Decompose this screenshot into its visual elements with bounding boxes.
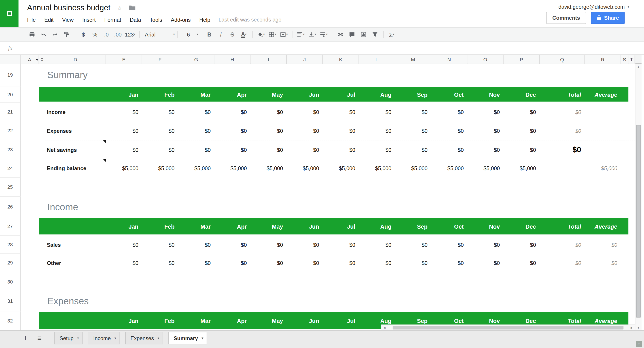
document-title[interactable]: Annual business budget (27, 3, 110, 12)
column-header-J[interactable]: J (287, 55, 323, 64)
cell-average[interactable]: $5,000 (585, 159, 621, 178)
cell-value[interactable]: $0 (142, 103, 178, 121)
cell-value[interactable]: $0 (359, 236, 395, 254)
decrease-decimals-button[interactable]: .0 (102, 30, 111, 39)
cell-value[interactable]: $0 (504, 236, 540, 254)
cell-value[interactable]: $5,000 (250, 159, 287, 178)
row-header-25[interactable]: 25 (0, 178, 20, 196)
cell-value[interactable]: $0 (106, 140, 142, 159)
formula-bar[interactable]: fx (0, 42, 644, 55)
cell-value[interactable]: $0 (431, 121, 468, 140)
cell-value[interactable]: $0 (142, 254, 178, 272)
row-header-24[interactable]: 24 (0, 159, 20, 178)
italic-button[interactable]: I (216, 30, 226, 39)
cell-value[interactable]: $0 (214, 121, 251, 140)
row-label-other[interactable]: Other (45, 254, 106, 272)
month-header-oct[interactable]: Oct (431, 217, 468, 236)
month-header-mar[interactable]: Mar (178, 311, 214, 330)
all-sheets-button[interactable]: ≡ (34, 332, 45, 344)
cell-value[interactable]: $0 (178, 236, 214, 254)
cell-value[interactable]: $0 (178, 140, 214, 159)
row-label-sales[interactable]: Sales (45, 236, 106, 254)
column-header-F[interactable]: F (142, 55, 178, 64)
row-header-19[interactable]: 19 (0, 64, 20, 86)
strikethrough-button[interactable]: S (228, 30, 237, 39)
cell-value[interactable]: $0 (178, 254, 214, 272)
month-header-apr[interactable]: Apr (214, 217, 251, 236)
cell-value[interactable]: $0 (106, 236, 142, 254)
month-header-jun[interactable]: Jun (287, 86, 323, 103)
month-header-jun[interactable]: Jun (287, 217, 323, 236)
cell-value[interactable]: $5,000 (214, 159, 251, 178)
cell-value[interactable]: $0 (395, 236, 431, 254)
cell-value[interactable]: $0 (504, 254, 540, 272)
account-menu[interactable]: david.george@ditoweb.com ▾ (558, 4, 629, 10)
cell-total[interactable]: $0 (540, 236, 585, 254)
menu-data[interactable]: Data (130, 17, 141, 23)
row-header-31[interactable]: 31 (0, 291, 20, 311)
cell-average[interactable]: $0 (585, 254, 621, 272)
column-header-Q[interactable]: Q (540, 55, 585, 64)
month-header-jan[interactable]: Jan (106, 86, 142, 103)
row-label-net-savings[interactable]: Net savings (45, 140, 106, 159)
cell-value[interactable]: $0 (359, 140, 395, 159)
column-header-E[interactable]: E (106, 55, 142, 64)
select-all-corner[interactable] (0, 55, 20, 64)
column-header-G[interactable]: G (178, 55, 214, 64)
filter-button[interactable] (370, 30, 379, 39)
month-header-jul[interactable]: Jul (323, 311, 359, 330)
menu-addons[interactable]: Add-ons (171, 17, 191, 23)
cell-value[interactable]: $0 (287, 121, 323, 140)
month-header-sep[interactable]: Sep (395, 217, 431, 236)
row-label-income[interactable]: Income (45, 103, 106, 121)
cell-value[interactable]: $0 (250, 254, 287, 272)
cell-value[interactable]: $0 (250, 236, 287, 254)
cell-value[interactable]: $0 (395, 121, 431, 140)
cell-total[interactable]: $0 (540, 121, 585, 140)
horizontal-align-button[interactable]: ▾ (296, 30, 305, 39)
menu-view[interactable]: View (62, 17, 74, 23)
vertical-scroll-track[interactable] (635, 69, 642, 324)
column-header-L[interactable]: L (359, 55, 395, 64)
cell-value[interactable]: $5,000 (178, 159, 214, 178)
vertical-scroll-thumb[interactable] (636, 125, 641, 317)
month-header-may[interactable]: May (250, 311, 287, 330)
cell-value[interactable]: $0 (467, 254, 504, 272)
sheets-logo[interactable] (0, 0, 18, 27)
section-title-expenses[interactable]: Expenses (47, 291, 89, 311)
comments-button[interactable]: Comments (546, 12, 586, 24)
folder-icon[interactable] (129, 5, 136, 10)
month-header-jun[interactable]: Jun (287, 311, 323, 330)
cell-value[interactable]: $0 (431, 103, 468, 121)
vertical-align-button[interactable]: ▾ (308, 30, 316, 39)
cell-value[interactable]: $0 (431, 254, 468, 272)
month-header-may[interactable]: May (250, 217, 287, 236)
cell-value[interactable]: $0 (504, 121, 540, 140)
cell-value[interactable]: $0 (431, 236, 468, 254)
month-header-feb[interactable]: Feb (142, 311, 178, 330)
tab-setup[interactable]: Setup▾ (54, 332, 82, 344)
cell-value[interactable]: $0 (214, 236, 251, 254)
insert-link-button[interactable] (336, 30, 345, 39)
cell-value[interactable]: $0 (467, 103, 504, 121)
month-header-jul[interactable]: Jul (323, 86, 359, 103)
month-header-aug[interactable]: Aug (359, 86, 395, 103)
cell-value[interactable]: $0 (467, 140, 504, 159)
cell-value[interactable]: $5,000 (467, 159, 504, 178)
column-header-T[interactable]: T (628, 55, 635, 64)
row-label-expenses[interactable]: Expenses (45, 121, 106, 140)
cell-value[interactable]: $0 (250, 121, 287, 140)
cell-total[interactable]: $0 (540, 140, 585, 159)
column-header-D[interactable]: D (45, 55, 106, 64)
horizontal-scroll-thumb[interactable] (393, 326, 624, 330)
cell-value[interactable]: $5,000 (359, 159, 395, 178)
month-header-apr[interactable]: Apr (214, 86, 251, 103)
month-header-nov[interactable]: Nov (467, 86, 504, 103)
row-header-30[interactable]: 30 (0, 272, 20, 291)
tab-caret-icon[interactable]: ▾ (114, 336, 116, 340)
cell-value[interactable]: $0 (214, 254, 251, 272)
format-percent-button[interactable]: % (90, 30, 99, 39)
total-header[interactable]: Total (540, 217, 585, 236)
format-currency-button[interactable]: $ (79, 30, 88, 39)
tab-income[interactable]: Income▾ (88, 332, 120, 344)
